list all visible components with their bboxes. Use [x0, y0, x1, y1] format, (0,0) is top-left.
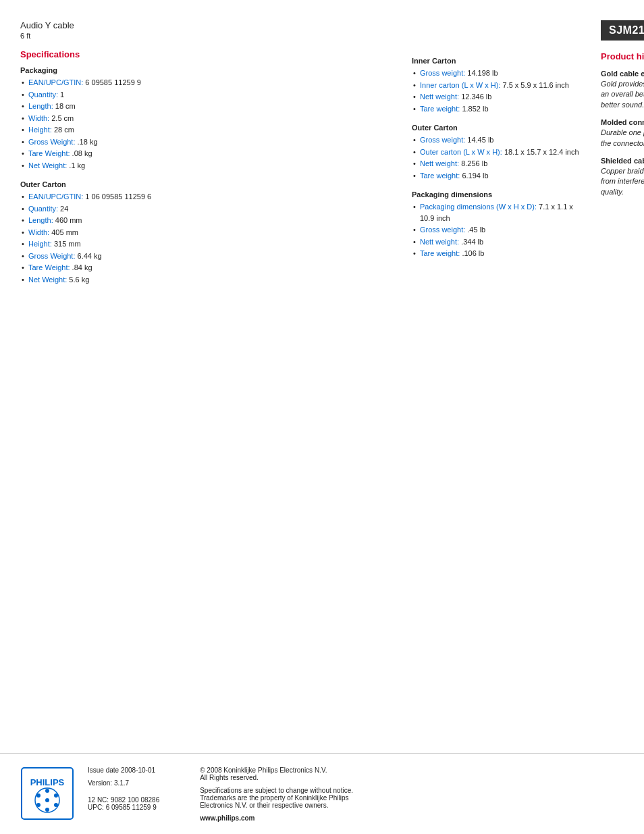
- svg-point-6: [54, 793, 58, 798]
- list-item: Width: 2.5 cm: [20, 113, 412, 124]
- highlight-shielded-desc: Copper braid and foil shield signal from…: [601, 166, 644, 197]
- outer-carton-right-group: Outer Carton Gross weight: 14.45 lb Oute…: [412, 124, 587, 181]
- disclaimer: Specifications are subject to change wit…: [200, 787, 353, 809]
- list-item: Net Weight: .1 kg: [20, 160, 412, 172]
- outer-carton-left-group: Outer Carton EAN/UPC/GTIN: 1 06 09585 11…: [20, 180, 412, 285]
- inner-carton-group: Inner Carton Gross weight: 14.198 lb Inn…: [412, 57, 587, 114]
- list-item: Nett weight: 12.346 lb: [412, 91, 587, 103]
- list-item: Gross weight: 14.45 lb: [412, 134, 587, 146]
- list-item: Height: 28 cm: [20, 124, 412, 136]
- footer-right-meta: © 2008 Koninklijke Philips Electronics N…: [200, 766, 353, 822]
- footer: PHILIPS Issue date 2008-10-01 Version: 3…: [0, 753, 644, 834]
- packaging-title: Packaging: [20, 66, 412, 74]
- list-item: EAN/UPC/GTIN: 1 06 09585 11259 6: [20, 191, 412, 203]
- outer-carton-left-list: EAN/UPC/GTIN: 1 06 09585 11259 6 Quantit…: [20, 191, 412, 285]
- list-item: Height: 315 mm: [20, 238, 412, 250]
- list-item: Quantity: 24: [20, 203, 412, 215]
- list-item: Packaging dimensions (W x H x D): 7.1 x …: [412, 201, 587, 224]
- list-item: Quantity: 1: [20, 89, 412, 101]
- highlight-molded: Molded connectors Durable one piece hous…: [601, 118, 644, 149]
- list-item: Length: 18 cm: [20, 101, 412, 112]
- list-item: Tare weight: .106 lb: [412, 248, 587, 259]
- packaging-group: Packaging EAN/UPC/GTIN: 6 09585 11259 9 …: [20, 66, 412, 171]
- list-item: Net Weight: 5.6 kg: [20, 274, 412, 286]
- highlight-gold: Gold cable ends Gold provides better con…: [601, 70, 644, 110]
- svg-point-7: [36, 803, 41, 807]
- list-item: Nett weight: .344 lb: [412, 236, 587, 248]
- list-item: Tare weight: 1.852 lb: [412, 103, 587, 115]
- list-item: Gross Weight: .18 kg: [20, 136, 412, 148]
- philips-logo: PHILIPS: [20, 766, 74, 822]
- list-item: Width: 405 mm: [20, 227, 412, 238]
- highlight-shielded-title: Shielded cable: [601, 157, 644, 165]
- left-column: Audio Y cable 6 ft Specifications Packag…: [20, 20, 412, 294]
- list-item: Tare Weight: .08 kg: [20, 148, 412, 159]
- svg-point-5: [36, 793, 41, 798]
- footer-meta: Issue date 2008-10-01 Version: 3.1.7 12 …: [88, 766, 624, 822]
- outer-carton-right-list: Gross weight: 14.45 lb Outer carton (L x…: [412, 134, 587, 181]
- highlight-gold-desc: Gold provides better conductivity for an…: [601, 79, 644, 110]
- highlight-gold-title: Gold cable ends: [601, 70, 644, 78]
- list-item: Tare Weight: .84 kg: [20, 262, 412, 273]
- svg-point-3: [45, 789, 49, 793]
- inner-carton-title: Inner Carton: [412, 57, 587, 65]
- packaging-dimensions-group: Packaging dimensions Packaging dimension…: [412, 190, 587, 259]
- version-label: Version: 3.1.7: [88, 779, 129, 787]
- footer-left-meta: Issue date 2008-10-01 Version: 3.1.7 12 …: [88, 766, 159, 822]
- list-item: Outer carton (L x W x H): 18.1 x 15.7 x …: [412, 147, 587, 158]
- svg-text:PHILIPS: PHILIPS: [30, 777, 65, 787]
- list-item: Nett weight: 8.256 lb: [412, 158, 587, 170]
- middle-column: Inner Carton Gross weight: 14.198 lb Inn…: [412, 20, 587, 294]
- issue-date-label: Issue date 2008-10-01: [88, 766, 155, 774]
- list-item: Gross Weight: 6.44 kg: [20, 251, 412, 262]
- right-column: SJM2107/17 Product highlights Gold cable…: [587, 20, 644, 294]
- outer-carton-left-title: Outer Carton: [20, 180, 412, 188]
- list-item: EAN/UPC/GTIN: 6 09585 11259 9: [20, 77, 412, 88]
- product-subtitle: 6 ft: [20, 32, 412, 40]
- product-title: Audio Y cable: [20, 20, 412, 30]
- list-item: Gross weight: .45 lb: [412, 224, 587, 236]
- list-item: Length: 460 mm: [20, 215, 412, 226]
- svg-point-4: [45, 808, 49, 812]
- highlights-heading: Product highlights: [601, 51, 644, 61]
- list-item: Tare weight: 6.194 lb: [412, 170, 587, 182]
- nc-label: 12 NC: 9082 100 08286: [88, 796, 159, 804]
- svg-point-9: [45, 798, 49, 802]
- product-id: SJM2107/17: [601, 20, 644, 41]
- packaging-list: EAN/UPC/GTIN: 6 09585 11259 9 Quantity: …: [20, 77, 412, 171]
- specifications-heading: Specifications: [20, 49, 412, 59]
- inner-carton-list: Gross weight: 14.198 lb Inner carton (L …: [412, 68, 587, 114]
- list-item: Inner carton (L x W x H): 7.5 x 5.9 x 11…: [412, 80, 587, 91]
- packaging-dimensions-list: Packaging dimensions (W x H x D): 7.1 x …: [412, 201, 587, 259]
- outer-carton-right-title: Outer Carton: [412, 124, 587, 132]
- highlight-molded-title: Molded connectors: [601, 118, 644, 126]
- svg-point-8: [54, 803, 58, 807]
- website: www.philips.com: [200, 814, 353, 822]
- highlight-shielded: Shielded cable Copper braid and foil shi…: [601, 157, 644, 197]
- list-item: Gross weight: 14.198 lb: [412, 68, 587, 79]
- highlight-molded-desc: Durable one piece housing protects the c…: [601, 128, 644, 149]
- upc-label: UPC: 6 09585 11259 9: [88, 804, 159, 811]
- packaging-dimensions-title: Packaging dimensions: [412, 190, 587, 199]
- copyright: © 2008 Koninklijke Philips Electronics N…: [200, 766, 353, 781]
